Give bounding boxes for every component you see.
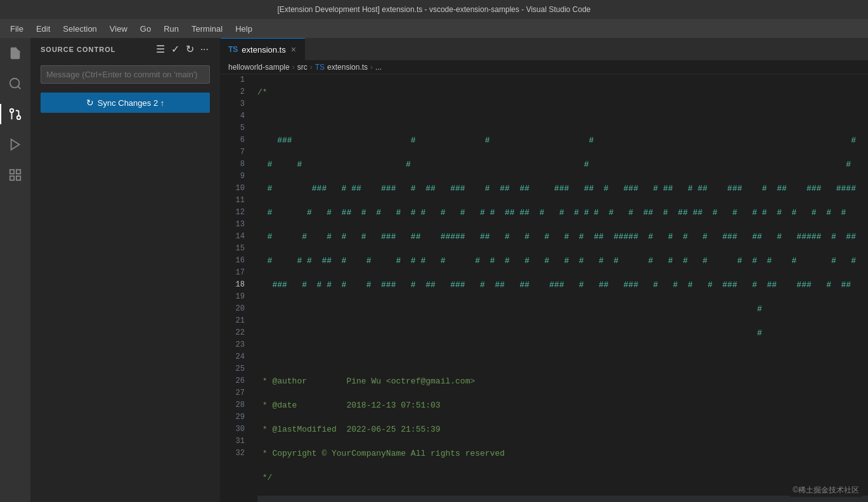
svg-rect-8 [16, 176, 20, 180]
sync-changes-button[interactable]: ↻ Sync Changes 2 ↑ [41, 93, 210, 113]
line-32: 32 [221, 447, 245, 460]
breadcrumb-src[interactable]: src [297, 63, 308, 72]
activity-bar [0, 38, 30, 502]
svg-point-3 [10, 109, 14, 113]
line-7: 7 [221, 146, 245, 158]
commit-input-area [30, 60, 220, 89]
sidebar-action-commit[interactable]: ✓ [170, 42, 181, 56]
activity-extensions[interactable] [0, 160, 30, 190]
code-line-8: # # # ## # # # # # # # # # # # # # # # #… [257, 255, 868, 267]
code-line-9: ### # # # # # ### # ## ### # ## ## ### #… [257, 279, 868, 291]
sidebar-header: SOURCE CONTROL ☰ ✓ ↻ ··· [30, 38, 220, 60]
line-13: 13 [221, 219, 245, 231]
sidebar-title: SOURCE CONTROL [41, 46, 116, 53]
sidebar-actions: ☰ ✓ ↻ ··· [155, 42, 210, 56]
svg-point-2 [17, 116, 21, 120]
line-28: 28 [221, 399, 245, 411]
line-18: 18 [221, 279, 245, 291]
svg-rect-7 [16, 170, 20, 174]
menu-run[interactable]: Run [159, 22, 184, 36]
breadcrumb-more[interactable]: ... [375, 63, 382, 72]
line-5: 5 [221, 122, 245, 134]
title-bar: [Extension Development Host] extension.t… [0, 0, 868, 19]
code-line-14: * @date 2018-12-13 07:51:03 [257, 399, 868, 411]
tab-close-button[interactable]: × [290, 43, 297, 56]
line-25: 25 [221, 363, 245, 375]
code-line-7: # # # # # ### ## ##### ## # # # # # ## #… [257, 231, 868, 243]
code-line-6: # # # ## # # # # # # # # # ## ## # # # #… [257, 207, 868, 219]
sidebar-action-more[interactable]: ··· [199, 42, 210, 56]
code-line-5: # ### # ## ### # ## ### # ## ## ### ## #… [257, 183, 868, 195]
code-line-3: ### # # # # [257, 134, 868, 146]
code-line-2 [257, 110, 868, 122]
sidebar: SOURCE CONTROL ☰ ✓ ↻ ··· ↻ Sync Changes … [30, 38, 221, 502]
code-line-11: # [257, 327, 868, 339]
line-4: 4 [221, 110, 245, 122]
sidebar-action-checkall[interactable]: ☰ [155, 42, 166, 56]
code-line-1: /* [257, 86, 868, 98]
line-17: 17 [221, 267, 245, 279]
svg-rect-9 [10, 176, 14, 180]
breadcrumb-filename[interactable]: extension.ts [327, 63, 368, 72]
line-1: 1 [221, 74, 245, 86]
code-content[interactable]: /* ### # # # # # # # # [252, 74, 868, 502]
line-11: 11 [221, 195, 245, 207]
line-14: 14 [221, 231, 245, 243]
code-editor[interactable]: 1 2 3 4 5 6 7 8 9 10 11 12 13 14 15 16 1… [221, 74, 868, 502]
line-10: 10 [221, 183, 245, 195]
code-line-17: */ [257, 472, 868, 484]
line-19: 19 [221, 291, 245, 303]
editor-area: TS extension.ts × helloworld-sample › sr… [221, 38, 868, 502]
sync-icon: ↻ [86, 98, 94, 108]
breadcrumb: helloworld-sample › src › TS extension.t… [221, 60, 868, 74]
line-21: 21 [221, 315, 245, 327]
line-6: 6 [221, 134, 245, 146]
menu-view[interactable]: View [105, 22, 133, 36]
ts-icon: TS [228, 45, 238, 54]
title-text: [Extension Development Host] extension.t… [277, 5, 590, 14]
activity-explorer[interactable] [0, 38, 30, 68]
line-24: 24 [221, 351, 245, 363]
menu-help[interactable]: Help [230, 22, 257, 36]
line-23: 23 [221, 339, 245, 351]
line-2: 2 [221, 86, 245, 98]
line-30: 30 [221, 423, 245, 435]
line-26: 26 [221, 375, 245, 387]
code-line-16: * Copyright © YourCompanyName All rights… [257, 447, 868, 460]
menu-edit[interactable]: Edit [31, 22, 55, 36]
code-line-10: # [257, 303, 868, 315]
code-line-18 [257, 496, 868, 502]
activity-git[interactable] [0, 99, 30, 129]
svg-rect-6 [10, 170, 14, 174]
line-31: 31 [221, 435, 245, 447]
svg-line-1 [18, 86, 20, 89]
activity-debug[interactable] [0, 129, 30, 160]
main-layout: SOURCE CONTROL ☰ ✓ ↻ ··· ↻ Sync Changes … [0, 38, 868, 502]
editor-tab-extension-ts[interactable]: TS extension.ts × [221, 38, 305, 60]
sidebar-action-refresh[interactable]: ↻ [185, 42, 195, 56]
tab-bar: TS extension.ts × [221, 38, 868, 60]
code-line-4: # # # # # [257, 158, 868, 171]
menu-bar: File Edit Selection View Go Run Terminal… [0, 19, 868, 38]
svg-marker-5 [11, 139, 20, 150]
line-20: 20 [221, 303, 245, 315]
svg-point-0 [10, 79, 20, 88]
breadcrumb-project[interactable]: helloworld-sample [228, 63, 290, 72]
line-9: 9 [221, 171, 245, 183]
activity-search[interactable] [0, 68, 30, 99]
menu-go[interactable]: Go [135, 22, 156, 36]
menu-selection[interactable]: Selection [58, 22, 101, 36]
line-16: 16 [221, 255, 245, 267]
commit-message-input[interactable] [41, 65, 210, 84]
menu-terminal[interactable]: Terminal [186, 22, 228, 36]
line-3: 3 [221, 98, 245, 110]
code-line-12 [257, 351, 868, 363]
line-29: 29 [221, 411, 245, 423]
code-line-13: * @author Pine Wu <octref@gmail.com> [257, 375, 868, 387]
breadcrumb-file[interactable]: TS [315, 63, 325, 72]
line-numbers: 1 2 3 4 5 6 7 8 9 10 11 12 13 14 15 16 1… [221, 74, 252, 502]
line-22: 22 [221, 327, 245, 339]
line-27: 27 [221, 387, 245, 399]
line-12: 12 [221, 207, 245, 219]
menu-file[interactable]: File [5, 22, 29, 36]
